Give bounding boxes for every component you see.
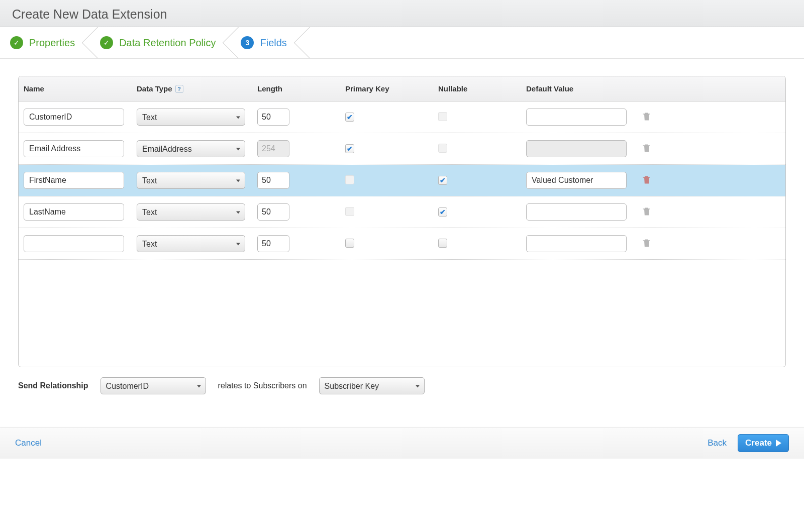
- table-row[interactable]: TextEmailAddressNumberDateBoolean: [19, 165, 785, 196]
- primary-key-checkbox: [345, 207, 354, 216]
- default-value-input[interactable]: [526, 235, 627, 252]
- trash-icon[interactable]: [642, 238, 652, 250]
- footer: Cancel Back Create: [0, 428, 804, 459]
- col-default-value: Default Value: [526, 84, 642, 93]
- col-data-type: Data Type ?: [137, 84, 257, 93]
- back-button[interactable]: Back: [708, 438, 727, 448]
- nullable-checkbox[interactable]: [438, 176, 447, 185]
- check-icon: ✓: [100, 36, 113, 49]
- table-row[interactable]: TextEmailAddressNumberDateBoolean: [19, 196, 785, 228]
- cancel-button[interactable]: Cancel: [15, 438, 42, 448]
- send-relationship-text: relates to Subscribers on: [218, 381, 307, 390]
- wizard-step-label: Data Retention Policy: [119, 37, 216, 49]
- col-length: Length: [257, 84, 345, 93]
- length-input[interactable]: [257, 235, 289, 252]
- table-row[interactable]: TextEmailAddressNumberDateBoolean: [19, 101, 785, 133]
- send-relationship-field-select[interactable]: CustomerIDEmail AddressFirstNameLastName: [100, 377, 206, 394]
- step-number-badge: 3: [241, 36, 254, 49]
- trash-icon[interactable]: [642, 143, 652, 155]
- trash-icon[interactable]: [642, 174, 652, 186]
- length-input[interactable]: [257, 109, 289, 126]
- data-type-select[interactable]: TextEmailAddressNumberDateBoolean: [137, 140, 245, 157]
- field-name-input[interactable]: [24, 235, 124, 252]
- check-icon: ✓: [10, 36, 23, 49]
- wizard-tabs: ✓Properties✓Data Retention Policy3Fields: [0, 27, 804, 59]
- data-type-select[interactable]: TextEmailAddressNumberDateBoolean: [137, 203, 245, 221]
- wizard-step-data-retention-policy[interactable]: ✓Data Retention Policy: [90, 27, 231, 58]
- primary-key-checkbox[interactable]: [345, 239, 354, 248]
- col-primary-key: Primary Key: [345, 84, 438, 93]
- send-relationship-label: Send Relationship: [18, 381, 88, 390]
- nullable-checkbox: [438, 112, 447, 121]
- primary-key-checkbox: [345, 175, 354, 184]
- field-name-input[interactable]: [24, 109, 124, 126]
- grid-body: TextEmailAddressNumberDateBooleanTextEma…: [19, 101, 785, 260]
- create-button[interactable]: Create: [738, 434, 789, 452]
- field-name-input[interactable]: [24, 203, 124, 221]
- fields-grid: Name Data Type ? Length Primary Key Null…: [18, 76, 786, 367]
- grid-header: Name Data Type ? Length Primary Key Null…: [19, 76, 785, 101]
- wizard-step-fields[interactable]: 3Fields: [231, 27, 301, 58]
- primary-key-checkbox[interactable]: [345, 113, 354, 122]
- data-type-select[interactable]: TextEmailAddressNumberDateBoolean: [137, 172, 245, 189]
- arrow-right-icon: [776, 440, 781, 447]
- length-input[interactable]: [257, 203, 289, 221]
- default-value-input: [526, 140, 627, 157]
- nullable-checkbox: [438, 144, 447, 153]
- nullable-checkbox[interactable]: [438, 207, 447, 217]
- create-button-label: Create: [745, 438, 772, 448]
- trash-icon[interactable]: [642, 206, 652, 218]
- wizard-step-label: Properties: [29, 37, 75, 49]
- wizard-step-properties[interactable]: ✓Properties: [0, 27, 90, 58]
- dialog-title: Create New Data Extension: [12, 7, 792, 27]
- dialog-header: Create New Data Extension: [0, 0, 804, 27]
- primary-key-checkbox[interactable]: [345, 144, 354, 153]
- field-name-input[interactable]: [24, 140, 124, 157]
- help-icon[interactable]: ?: [175, 85, 183, 93]
- default-value-input[interactable]: [526, 109, 627, 126]
- wizard-step-label: Fields: [260, 37, 286, 49]
- col-name: Name: [24, 84, 137, 93]
- nullable-checkbox[interactable]: [438, 239, 447, 248]
- send-relationship: Send Relationship CustomerIDEmail Addres…: [18, 367, 786, 399]
- field-name-input[interactable]: [24, 172, 124, 189]
- send-relationship-target-select[interactable]: Subscriber KeySubscriber ID: [319, 377, 425, 394]
- content: Name Data Type ? Length Primary Key Null…: [0, 59, 804, 407]
- table-row[interactable]: TextEmailAddressNumberDateBoolean: [19, 133, 785, 165]
- length-input[interactable]: [257, 172, 289, 189]
- col-nullable: Nullable: [438, 84, 526, 93]
- data-type-select[interactable]: TextEmailAddressNumberDateBoolean: [137, 109, 245, 126]
- default-value-input[interactable]: [526, 203, 627, 221]
- length-input: [257, 140, 289, 157]
- trash-icon[interactable]: [642, 111, 652, 123]
- table-row[interactable]: TextEmailAddressNumberDateBoolean: [19, 228, 785, 260]
- default-value-input[interactable]: [526, 172, 627, 189]
- data-type-select[interactable]: TextEmailAddressNumberDateBoolean: [137, 235, 245, 252]
